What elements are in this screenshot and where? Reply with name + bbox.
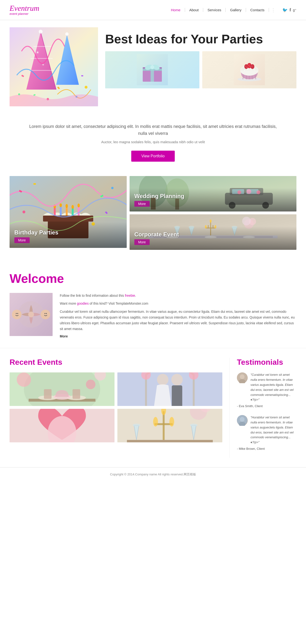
svg-point-11 — [65, 32, 69, 36]
svg-rect-116 — [72, 389, 80, 399]
cake-image — [202, 51, 297, 88]
svg-point-47 — [254, 69, 255, 70]
svg-rect-63 — [33, 183, 36, 185]
logo-tagline: event planner — [9, 12, 39, 16]
main-nav: Home About Services Gallery Contacts ⋮ 🐦… — [167, 7, 297, 13]
view-portfolio-button[interactable]: View Portfolio — [131, 151, 175, 162]
intro-section: Lorem ipsum dolor sit amet, consectetur … — [0, 114, 306, 171]
svg-point-120 — [86, 380, 95, 389]
svg-text:★: ★ — [36, 50, 39, 54]
hero-image-left: ★ ★ — [9, 27, 98, 106]
svg-rect-15 — [81, 75, 83, 76]
testimonial-author-1: - Eva Smith, Client — [237, 404, 297, 408]
svg-point-43 — [252, 66, 252, 66]
event3-svg — [9, 409, 115, 442]
svg-point-103 — [28, 312, 34, 317]
party-illustration: ★ ★ — [9, 27, 98, 106]
corporate-more-button[interactable]: More — [134, 239, 150, 245]
welcome-text-block: Follow the link to find information abou… — [60, 293, 297, 339]
svg-point-106 — [17, 313, 18, 314]
bottom-section: Recent Events — [0, 348, 306, 467]
hero-small-images — [105, 51, 297, 88]
svg-point-135 — [153, 417, 158, 426]
hero-section: ★ ★ Best — [0, 20, 306, 114]
birthday-more-button[interactable]: More — [14, 237, 30, 243]
avatar2-svg — [237, 415, 248, 426]
svg-point-60 — [77, 204, 80, 208]
facebook-icon[interactable]: f — [290, 8, 291, 12]
svg-point-138 — [133, 424, 140, 426]
gift-image — [105, 51, 199, 88]
svg-point-105 — [16, 313, 17, 314]
testimonial-avatar-2 — [237, 415, 248, 426]
event2-svg — [117, 372, 222, 406]
welcome-image — [9, 293, 53, 336]
freebie-link[interactable]: freebie — [125, 294, 135, 298]
svg-rect-133 — [163, 412, 165, 440]
birthday-parties-card: Birthday Parties More — [9, 176, 127, 248]
nav-home[interactable]: Home — [167, 8, 185, 12]
recent-events-section: Recent Events — [9, 358, 230, 458]
googleplus-icon[interactable]: g⁺ — [293, 8, 297, 12]
svg-rect-53 — [66, 207, 68, 216]
event4-svg — [117, 409, 222, 442]
svg-point-122 — [157, 374, 168, 386]
svg-point-143 — [240, 374, 245, 379]
welcome-more-link[interactable]: More — [60, 334, 68, 338]
testimonials-title: Testimonials — [237, 358, 297, 367]
testimonial-author-2: - Mike Brown, Client — [237, 447, 297, 450]
wedding-overlay: Wedding Planning More — [130, 188, 297, 212]
svg-point-118 — [17, 373, 31, 387]
nav-about[interactable]: About — [185, 8, 203, 12]
svg-point-40 — [247, 67, 247, 68]
logo: Eventrum event planner — [9, 4, 39, 16]
svg-point-109 — [46, 313, 47, 314]
nav-gallery[interactable]: Gallery — [226, 8, 246, 12]
testimonial-quote-2: "Hurabitur vel lorem sit amet nulla erer… — [251, 415, 297, 445]
welcome-body: Curabitur vel lorem sit amet nulla ullam… — [60, 309, 297, 332]
svg-rect-132 — [127, 440, 213, 442]
svg-point-41 — [249, 65, 249, 66]
svg-point-18 — [85, 86, 88, 88]
testimonial-item-2: "Hurabitur vel lorem sit amet nulla erer… — [237, 415, 297, 450]
services-section: Birthday Parties More — [0, 171, 306, 259]
service-right-column: Wedding Planning More — [130, 176, 297, 250]
welcome-section: Welcome — [0, 259, 306, 348]
svg-point-45 — [251, 69, 252, 70]
svg-point-27 — [150, 66, 154, 69]
welcome-line2: Want more goodies of this kind? Visit Te… — [60, 301, 297, 306]
twitter-icon[interactable]: 🐦 — [282, 8, 288, 13]
intro-main-text: Lorem ipsum dolor sit amet, consectetur … — [29, 123, 277, 137]
wedding-more-button[interactable]: More — [134, 201, 150, 207]
svg-point-66 — [111, 187, 114, 189]
event-image-3 — [9, 409, 115, 442]
svg-rect-55 — [78, 206, 80, 216]
goodies-link[interactable]: goodies — [77, 302, 89, 305]
hero-right: Best Ideas for Your Parties — [105, 27, 297, 88]
corporate-title: Corporate Event — [134, 231, 292, 238]
cake-svg — [234, 54, 265, 85]
welcome-title: Welcome — [9, 271, 297, 286]
svg-point-39 — [246, 66, 246, 66]
nav-separator: ⋮ — [271, 7, 276, 13]
event-image-1 — [9, 372, 115, 406]
svg-point-42 — [250, 66, 251, 67]
testimonial-avatar-1 — [237, 372, 248, 383]
nav-contacts[interactable]: Contacts — [246, 8, 269, 12]
svg-point-108 — [44, 313, 45, 314]
logo-title: Eventrum — [9, 4, 39, 12]
svg-point-100 — [242, 217, 251, 225]
nav-services[interactable]: Services — [203, 8, 226, 12]
event-image-4 — [117, 409, 222, 442]
corporate-overlay: Corporate Event More — [130, 226, 297, 250]
svg-point-44 — [247, 68, 248, 70]
welcome-line1-prefix: Follow the link to find information abou… — [60, 294, 125, 298]
svg-point-59 — [71, 205, 74, 209]
event-image-2 — [117, 372, 222, 406]
svg-point-107 — [41, 310, 50, 319]
svg-rect-52 — [60, 206, 62, 216]
testimonial-quote-1: "Curabitur vel lorem sit amet nulla erer… — [251, 372, 297, 402]
svg-point-38 — [251, 64, 254, 69]
corporate-event-card: Corporate Event More — [130, 214, 297, 250]
hands-illustration — [9, 293, 53, 336]
